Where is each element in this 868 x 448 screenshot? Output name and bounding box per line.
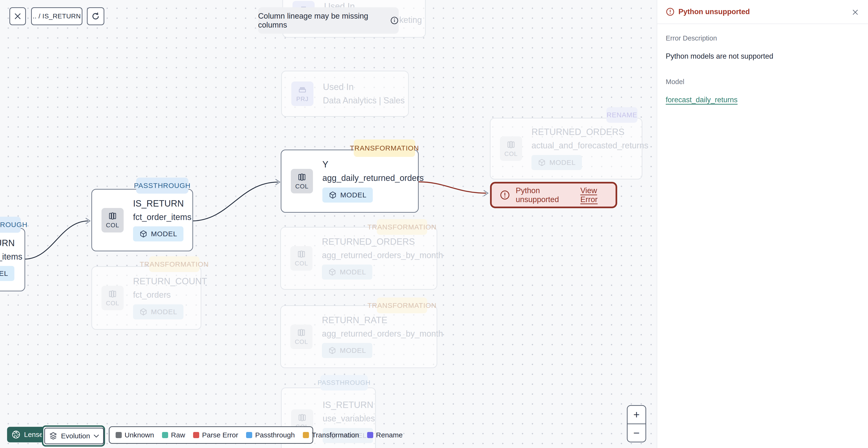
node-y-agg-daily-returned-orders[interactable]: COL Y agg_daily_returned_orders MODEL bbox=[281, 150, 419, 213]
node-title: Y bbox=[322, 160, 328, 170]
error-icon bbox=[500, 190, 510, 200]
legend-label: Parse Error bbox=[202, 431, 238, 439]
view-error-link[interactable]: View Error bbox=[580, 186, 608, 204]
cube-icon bbox=[139, 230, 148, 238]
legend-swatch-raw bbox=[162, 432, 168, 438]
edge-y-to-error bbox=[419, 182, 486, 193]
badge-passthrough: PASSTHROUGH bbox=[0, 217, 21, 233]
legend-swatch-unknown bbox=[116, 432, 122, 438]
legend-item-transformation: Transformation bbox=[303, 431, 359, 439]
panel-title: Python unsupported bbox=[678, 7, 750, 16]
legend-swatch-transformation bbox=[303, 432, 309, 438]
error-chip-label: Python unsupported bbox=[516, 186, 568, 204]
lineage-legend: Unknown Raw Parse Error Passthrough Tran… bbox=[109, 426, 313, 444]
legend-swatch-passthrough bbox=[246, 432, 252, 438]
lens-selected-label: Evolution bbox=[61, 432, 90, 440]
model-label: Model bbox=[666, 78, 860, 86]
column-icon: COL bbox=[101, 208, 124, 233]
model-badge: MODEL bbox=[322, 187, 373, 203]
legend-swatch-rename bbox=[367, 432, 373, 438]
error-chip-python-unsupported[interactable]: Python unsupported View Error bbox=[490, 182, 617, 208]
legend-item-raw: Raw bbox=[162, 431, 185, 439]
legend-label: Rename bbox=[376, 431, 403, 439]
node-is-return[interactable]: COL IS_RETURN fct_order_items MODEL bbox=[91, 189, 193, 251]
model-label: MODEL bbox=[151, 230, 177, 238]
node-title: IS_RETURN bbox=[0, 238, 14, 248]
info-icon[interactable] bbox=[390, 16, 399, 25]
model-badge: MODEL bbox=[0, 266, 14, 281]
error-detail-panel: Python unsupported Error Description Pyt… bbox=[657, 0, 868, 448]
model-badge: MODEL bbox=[133, 226, 183, 241]
banner-message: Column lineage may be missing columns bbox=[258, 11, 386, 29]
node-subtitle: agg_daily_returned_orders bbox=[322, 173, 424, 183]
icon-label: COL bbox=[106, 222, 119, 229]
col-glyph-icon bbox=[108, 211, 117, 221]
node-subtitle: fct_order_items bbox=[0, 252, 22, 262]
panel-body: Error Description Python models are not … bbox=[657, 24, 868, 115]
column-icon: COL bbox=[291, 169, 313, 193]
layers-icon bbox=[49, 431, 58, 441]
icon-label: COL bbox=[295, 183, 309, 190]
badge-transformation: TRANSFORMATION bbox=[354, 140, 415, 157]
edge-isreturn-to-y bbox=[193, 182, 278, 221]
legend-label: Unknown bbox=[125, 431, 154, 439]
zoom-in-button[interactable]: + bbox=[627, 406, 646, 424]
legend-label: Passthrough bbox=[255, 431, 294, 439]
node-is-return-clipped[interactable]: COL IS_RETURN fct_order_items MODEL bbox=[0, 228, 25, 291]
model-link[interactable]: forecast_daily_returns bbox=[666, 96, 738, 104]
lenses-button[interactable]: Lenses bbox=[7, 427, 45, 442]
edge-left-to-isreturn bbox=[25, 221, 88, 259]
legend-label: Raw bbox=[171, 431, 185, 439]
zoom-controls: + − bbox=[627, 405, 646, 442]
close-icon bbox=[851, 8, 859, 16]
lineage-warning-banner: Column lineage may be missing columns bbox=[258, 7, 399, 34]
aperture-icon bbox=[11, 430, 21, 439]
badge-passthrough: PASSTHROUGH bbox=[136, 178, 188, 193]
cube-icon bbox=[329, 191, 337, 199]
node-subtitle: fct_order_items bbox=[133, 212, 191, 222]
legend-label: Transformation bbox=[312, 431, 359, 439]
zoom-out-button[interactable]: − bbox=[627, 424, 646, 442]
legend-item-rename: Rename bbox=[367, 431, 403, 439]
lens-select[interactable]: Evolution bbox=[42, 425, 105, 447]
panel-header: Python unsupported bbox=[657, 0, 868, 24]
model-label: MODEL bbox=[340, 191, 367, 199]
model-label: MODEL bbox=[0, 269, 8, 277]
badge-label: PASSTHROUGH bbox=[134, 182, 190, 189]
error-description-text: Python models are not supported bbox=[666, 52, 860, 61]
lineage-app: .. / IS_RETURN Column lineage may be mis… bbox=[0, 0, 868, 448]
col-glyph-icon bbox=[297, 172, 307, 182]
legend-item-parse-error: Parse Error bbox=[193, 431, 238, 439]
error-icon bbox=[666, 7, 675, 16]
node-title: IS_RETURN bbox=[133, 199, 184, 209]
badge-label: TRANSFORMATION bbox=[350, 144, 419, 152]
legend-item-unknown: Unknown bbox=[116, 431, 154, 439]
badge-label: PASSTHROUGH bbox=[0, 221, 28, 229]
lineage-canvas[interactable]: .. / IS_RETURN Column lineage may be mis… bbox=[0, 0, 657, 448]
chevron-down-icon bbox=[93, 434, 99, 438]
legend-item-passthrough: Passthrough bbox=[246, 431, 294, 439]
error-description-label: Error Description bbox=[666, 34, 860, 42]
panel-close-button[interactable] bbox=[849, 6, 861, 19]
legend-swatch-parse-error bbox=[193, 432, 199, 438]
